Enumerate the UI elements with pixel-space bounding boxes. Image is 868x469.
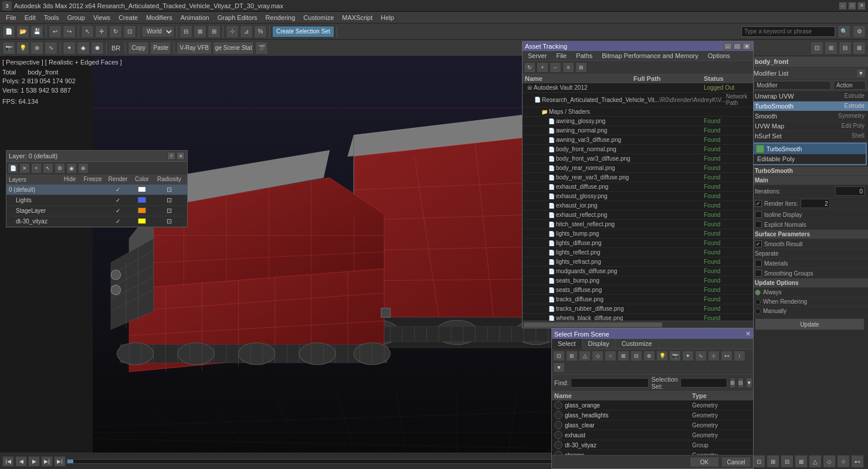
layer-select-btn[interactable]: ↖ [43, 163, 53, 174]
ts-visibility-icon[interactable] [756, 145, 764, 153]
at-add-btn[interactable]: + [537, 62, 548, 73]
right-icon-1[interactable]: ⊡ [811, 42, 823, 55]
asset-tracking-close[interactable]: ✕ [742, 43, 751, 50]
at-tree-row-3[interactable]: 📄 awning_glossy.png Found [523, 117, 753, 126]
sfs-row-0[interactable]: glass_orange Geometry [552, 400, 753, 410]
right-icon-3[interactable]: ⊟ [839, 42, 852, 55]
right-icon-4[interactable]: ⊠ [853, 42, 866, 55]
sfs-sel-btn-1[interactable]: ⊞ [730, 378, 735, 388]
menu-group[interactable]: Group [63, 13, 89, 22]
open-btn[interactable]: 📂 [16, 25, 29, 38]
manually-radio[interactable] [755, 308, 761, 314]
at-menu-paths[interactable]: Paths [571, 52, 597, 60]
at-tree-row-24[interactable]: 📄 wheels_black_diffuse.png Found [523, 314, 753, 321]
helper-btn[interactable]: ⊕ [30, 42, 43, 55]
menu-animation[interactable]: Animation [177, 13, 213, 22]
scene-stat-btn[interactable]: ge Scene Stat [213, 42, 254, 55]
iterations-input[interactable] [835, 186, 864, 196]
layer-color-3[interactable] [131, 218, 153, 225]
at-menu-file[interactable]: File [551, 52, 571, 60]
sfs-btn-12[interactable]: ∿ [695, 351, 707, 361]
sfs-cancel-button[interactable]: Cancel [721, 457, 751, 467]
layer-render-3[interactable]: ✓ [105, 218, 131, 225]
at-tree-row-16[interactable]: 📄 lights_diffuse.png Found [523, 239, 753, 248]
sfs-tab-select[interactable]: Select [552, 339, 582, 349]
create-selection-set-btn[interactable]: Create Selection Set [272, 26, 334, 38]
layer-render-0[interactable]: ✓ [105, 186, 131, 193]
prev-frame-btn[interactable]: ◀ [15, 456, 27, 467]
timeline-thumb[interactable] [67, 460, 73, 463]
at-refresh-btn[interactable]: ↻ [524, 62, 535, 73]
sfs-tab-customize[interactable]: Customize [616, 339, 659, 349]
redo-btn[interactable]: ↪ [63, 25, 76, 38]
render-iters-checkbox[interactable] [755, 200, 762, 207]
auto-key-btn[interactable]: ⏺ [91, 42, 104, 55]
menu-help[interactable]: Help [377, 13, 398, 22]
sfs-sel-btn-2[interactable]: ⊟ [738, 378, 744, 388]
at-scrollbar[interactable] [523, 321, 753, 328]
sfs-row-3[interactable]: exhaust Geometry [552, 430, 753, 440]
sfs-btn-filter[interactable]: ▼ [553, 362, 565, 373]
layer-row-1[interactable]: Lights ✓ ⊡ [6, 195, 187, 206]
at-tree-row-2[interactable]: 📁 Maps / Shaders [523, 107, 753, 117]
at-list-view-btn[interactable]: ≡ [562, 62, 574, 73]
search-input[interactable] [741, 26, 835, 37]
sfs-row-1[interactable]: glass_headlights Geometry [552, 410, 753, 420]
at-tree-row-8[interactable]: 📄 body_rear_normal.png Found [523, 164, 753, 173]
sfs-btn-11[interactable]: ✦ [682, 351, 694, 361]
layer-row-3[interactable]: dt-30_vityaz ✓ ⊡ [6, 216, 187, 227]
asset-tree[interactable]: 🏛 Autodesk Vault 2012 Logged Out 📄 Resea… [523, 83, 753, 321]
layer-render-2[interactable]: ✓ [105, 208, 131, 214]
at-menu-server[interactable]: Server [523, 52, 551, 60]
menu-customize[interactable]: Customize [300, 13, 337, 22]
go-end-btn[interactable]: ▶| [54, 456, 66, 467]
paste-btn[interactable]: Paste [150, 42, 171, 55]
layer-row-0[interactable]: 0 (default) ✓ ⊡ [6, 185, 187, 195]
modifier-smooth[interactable]: Smooth Symmetry [751, 111, 868, 121]
at-icon-view-btn[interactable]: ⊞ [575, 62, 587, 73]
modifier-list-dropdown[interactable]: ▼ [856, 69, 866, 78]
layer-color-1[interactable] [131, 197, 153, 204]
menu-maxscript[interactable]: MAXScript [338, 13, 376, 22]
rp-icon-1[interactable]: ⊡ [752, 455, 765, 468]
menu-file[interactable]: File [2, 13, 20, 22]
sfs-find-input[interactable] [571, 378, 649, 388]
rp-icon-3[interactable]: ⊟ [781, 455, 794, 468]
always-radio[interactable] [755, 290, 761, 295]
menu-modifiers[interactable]: Modifiers [143, 13, 176, 22]
layer-panel-close[interactable]: ✕ [177, 152, 185, 160]
layer-settings-btn[interactable]: ⚙ [55, 163, 65, 174]
at-menu-options[interactable]: Options [703, 52, 735, 60]
at-tree-row-4[interactable]: 📄 awning_normal.png Found [523, 126, 753, 135]
go-start-btn[interactable]: |◀ [2, 456, 14, 467]
at-tree-row-20[interactable]: 📄 seats_bump.png Found [523, 276, 753, 286]
at-tree-row-5[interactable]: 📄 awning_var3_diffuse.png Found [523, 135, 753, 145]
close-button[interactable]: ✕ [857, 2, 866, 10]
layer-render-1[interactable]: ✓ [105, 197, 131, 203]
at-tree-row-7[interactable]: 📄 body_front_var3_diffuse.png Found [523, 154, 753, 164]
space-warp-btn[interactable]: ∿ [45, 42, 57, 55]
render-setup-btn[interactable]: 🎬 [255, 42, 268, 55]
sfs-row-5[interactable]: chrome Geometry [552, 450, 753, 455]
at-tree-row-1[interactable]: 📄 Research_Articulated_Tracked_Vehicle_V… [523, 93, 753, 107]
at-tree-row-21[interactable]: 📄 seats_diffuse.png Found [523, 286, 753, 295]
turbosmooth-sub-header[interactable]: TurboSmooth [754, 144, 866, 154]
vray-vfb-btn[interactable]: V-Ray VFB [177, 42, 212, 55]
layer-color-2[interactable] [131, 208, 153, 215]
sfs-btn-14[interactable]: ⊷ [721, 351, 733, 361]
at-tree-row-12[interactable]: 📄 exhaust_ior.png Found [523, 201, 753, 210]
menu-edit[interactable]: Edit [21, 13, 39, 22]
modifier-uvw-map[interactable]: UVW Map Edit Poly [751, 121, 868, 131]
at-menu-bitmap[interactable]: Bitmap Performance and Memory [597, 52, 703, 60]
sfs-btn-13[interactable]: ⊹ [708, 351, 720, 361]
sfs-row-2[interactable]: glass_clear Geometry [552, 420, 753, 430]
menu-views[interactable]: Views [90, 13, 114, 22]
at-tree-row-18[interactable]: 📄 lights_refract.png Found [523, 257, 753, 267]
at-tree-row-19[interactable]: 📄 mudguards_diffuse.png Found [523, 267, 753, 276]
sfs-btn-sort[interactable]: ↕ [734, 351, 745, 361]
sfs-sel-btn-3[interactable]: ▼ [746, 378, 752, 388]
modifier-unwrap-uvw[interactable]: Unwrap UVW Extrude [751, 91, 868, 101]
rp-icon-5[interactable]: △ [809, 455, 822, 468]
play-btn[interactable]: ▶ [28, 456, 40, 467]
sfs-btn-5[interactable]: ○ [605, 351, 616, 361]
